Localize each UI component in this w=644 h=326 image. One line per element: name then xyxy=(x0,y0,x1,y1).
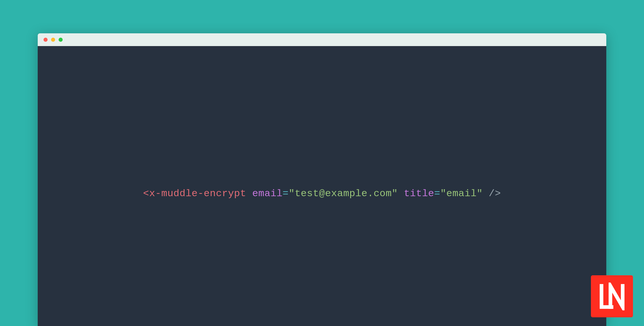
separator xyxy=(398,188,404,199)
equals-sign: = xyxy=(434,188,440,199)
code-line: <x-muddle-encrypt email="test@example.co… xyxy=(143,188,501,199)
tag-name: x-muddle-encrypt xyxy=(149,188,246,199)
brand-logo xyxy=(591,275,633,317)
code-editor[interactable]: <x-muddle-encrypt email="test@example.co… xyxy=(38,46,606,326)
attr-email-value: "test@example.com" xyxy=(289,188,398,199)
ln-logo-icon xyxy=(598,283,626,310)
separator xyxy=(246,188,252,199)
attr-title-name: title xyxy=(404,188,434,199)
equals-sign: = xyxy=(283,188,289,199)
window-minimize-button[interactable] xyxy=(51,38,55,42)
attr-title-value: "email" xyxy=(440,188,483,199)
self-close: /> xyxy=(483,188,501,199)
open-angle-bracket: < xyxy=(143,188,149,199)
editor-window: <x-muddle-encrypt email="test@example.co… xyxy=(38,33,606,326)
attr-email-name: email xyxy=(252,188,283,199)
window-close-button[interactable] xyxy=(44,38,48,42)
window-maximize-button[interactable] xyxy=(59,38,63,42)
window-titlebar xyxy=(38,33,606,46)
